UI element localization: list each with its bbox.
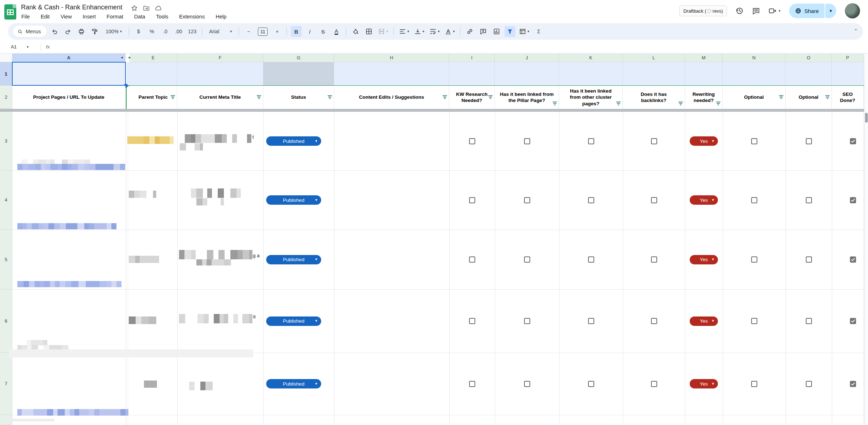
checkbox-linked_from_cluster-row7[interactable] <box>588 381 594 387</box>
zoom-select[interactable]: 100%▾ <box>103 26 125 37</box>
checkbox-linked_from_cluster-row3[interactable] <box>588 138 594 144</box>
cell-E1[interactable] <box>127 62 177 86</box>
checkbox-kw_research_needed-row7[interactable] <box>469 381 475 387</box>
checkbox-linked_from_cluster-row6[interactable] <box>588 318 594 324</box>
move-folder-icon[interactable] <box>143 5 150 12</box>
menu-data[interactable]: Data <box>133 13 146 20</box>
text-color-button[interactable]: A <box>331 26 342 37</box>
checkbox-linked_from_pillar-row5[interactable] <box>524 256 530 263</box>
text-rotation-icon[interactable]: ▾ <box>443 26 456 37</box>
share-dropdown-button[interactable]: ▼ <box>825 4 836 18</box>
checkbox-seo_done-row3[interactable] <box>850 138 856 144</box>
header-cell-I[interactable]: KW Research Needed? <box>449 86 495 109</box>
column-header-F[interactable]: F <box>177 54 263 62</box>
rewriting-chip[interactable]: Yes▼ <box>690 255 718 264</box>
insert-link-icon[interactable] <box>464 26 475 37</box>
vertical-scrollbar[interactable] <box>864 54 868 425</box>
column-header-K[interactable]: K <box>559 54 623 62</box>
column-header-G[interactable]: G <box>263 54 334 62</box>
checkbox-kw_research_needed-row4[interactable] <box>469 197 475 203</box>
meet-caret-icon[interactable]: ▾ <box>779 9 780 13</box>
document-title[interactable]: Rank & Cash - Rank Enhancement <box>21 4 122 11</box>
percent-format-button[interactable]: % <box>146 26 157 37</box>
share-button[interactable]: Share <box>789 4 825 18</box>
column-filter-icon[interactable] <box>779 95 784 99</box>
header-cell-F[interactable]: Current Meta Title <box>177 86 263 109</box>
checkbox-optional_n-row4[interactable] <box>751 197 757 203</box>
version-history-icon[interactable] <box>736 7 744 15</box>
font-size-input[interactable]: 11 <box>256 26 269 37</box>
status-chip[interactable]: Published▼ <box>266 195 321 205</box>
checkbox-optional_o-row3[interactable] <box>806 138 812 144</box>
paint-format-icon[interactable] <box>89 26 100 37</box>
draftback-button[interactable]: Draftback ( revs) <box>679 5 727 16</box>
column-filter-icon[interactable] <box>552 102 557 106</box>
frozen-rows-divider[interactable] <box>0 109 864 112</box>
video-camera-icon[interactable]: ▾ <box>769 7 780 15</box>
checkbox-has_backlinks-row7[interactable] <box>651 381 657 387</box>
strikethrough-button[interactable]: S <box>318 26 328 37</box>
checkbox-optional_n-row6[interactable] <box>751 318 757 324</box>
menu-format[interactable]: Format <box>106 13 124 20</box>
column-header-L[interactable]: L <box>623 54 685 62</box>
checkbox-optional_o-row4[interactable] <box>806 197 812 203</box>
increase-decimal-button[interactable]: .00 <box>173 26 184 37</box>
checkbox-has_backlinks-row3[interactable] <box>651 138 657 144</box>
column-filter-icon[interactable] <box>678 102 683 106</box>
checkbox-has_backlinks-row4[interactable] <box>651 197 657 203</box>
header-cell-P[interactable]: SEO Done? <box>832 86 864 109</box>
row-header-5[interactable]: 5 <box>0 230 12 289</box>
column-filter-icon[interactable] <box>716 102 721 106</box>
hidden-columns-right-arrow-icon[interactable]: ▸ <box>129 55 131 60</box>
checkbox-optional_n-row7[interactable] <box>751 381 757 387</box>
cell-N1[interactable] <box>723 62 786 86</box>
rewriting-chip[interactable]: Yes▼ <box>690 136 718 146</box>
column-filter-icon[interactable] <box>616 102 621 106</box>
status-chip[interactable]: Published▼ <box>266 255 321 264</box>
cloud-status-icon[interactable] <box>155 5 162 12</box>
decrease-decimal-button[interactable]: .0 <box>160 26 171 37</box>
row-header-3[interactable]: 3 <box>0 112 12 170</box>
menu-extensions[interactable]: Extensions <box>178 13 205 20</box>
rewriting-chip[interactable]: Yes▼ <box>690 316 718 326</box>
borders-icon[interactable] <box>363 26 374 37</box>
column-filter-icon[interactable] <box>488 95 493 99</box>
checkbox-optional_o-row5[interactable] <box>806 256 812 263</box>
checkbox-seo_done-row6[interactable] <box>850 318 856 324</box>
column-header-I[interactable]: I <box>449 54 495 62</box>
cell-P1[interactable] <box>832 62 864 86</box>
column-header-J[interactable]: J <box>495 54 559 62</box>
rewriting-chip[interactable]: Yes▼ <box>690 195 718 205</box>
create-filter-icon[interactable] <box>505 26 515 37</box>
checkbox-optional_n-row5[interactable] <box>751 256 757 263</box>
print-icon[interactable] <box>76 26 87 37</box>
column-filter-icon[interactable] <box>825 95 830 99</box>
redo-icon[interactable] <box>63 26 73 37</box>
checkbox-linked_from_pillar-row3[interactable] <box>524 138 530 144</box>
row-header-4[interactable]: 4 <box>0 170 12 230</box>
cell-J1[interactable] <box>495 62 559 86</box>
name-box[interactable]: A1 ▾ <box>0 44 38 50</box>
header-cell-G[interactable]: Status <box>263 86 334 109</box>
filter-views-icon[interactable]: ▾ <box>518 26 531 37</box>
header-cell-O[interactable]: Optional <box>786 86 832 109</box>
more-formats-button[interactable]: 123 <box>187 26 198 37</box>
checkbox-optional_o-row6[interactable] <box>806 318 812 324</box>
checkbox-linked_from_cluster-row4[interactable] <box>588 197 594 203</box>
text-wrap-icon[interactable]: ▾ <box>428 26 441 37</box>
menus-search-button[interactable]: Menus <box>13 26 47 37</box>
checkbox-optional_n-row3[interactable] <box>751 138 757 144</box>
header-cell-M[interactable]: Rewriting needed? <box>685 86 723 109</box>
header-cell-A[interactable]: Project Pages / URL To Update <box>12 86 125 109</box>
currency-format-button[interactable]: $ <box>133 26 144 37</box>
functions-button[interactable]: Σ <box>533 26 544 37</box>
cell-M1[interactable] <box>685 62 723 86</box>
menu-tools[interactable]: Tools <box>155 13 169 20</box>
checkbox-optional_o-row7[interactable] <box>806 381 812 387</box>
comments-icon[interactable] <box>752 7 760 15</box>
checkbox-linked_from_pillar-row6[interactable] <box>524 318 530 324</box>
cell-F1[interactable] <box>177 62 263 86</box>
italic-button[interactable]: I <box>304 26 315 37</box>
fill-color-icon[interactable] <box>350 26 361 37</box>
column-header-H[interactable]: H <box>334 54 449 62</box>
